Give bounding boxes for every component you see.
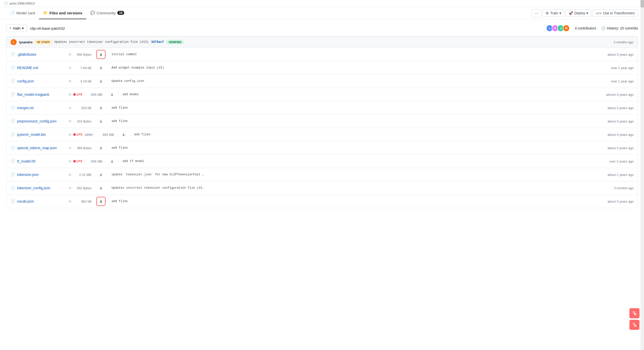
download-button[interactable] bbox=[96, 197, 105, 206]
copy-icon[interactable]: ⧉ bbox=[69, 66, 71, 70]
file-name[interactable]: tokenizer.json bbox=[17, 173, 67, 177]
table-row[interactable]: 📄 merges.txt ⧉ 525 kB add files about 3 … bbox=[6, 101, 638, 115]
hf-staff-badge: HF STAFF bbox=[35, 40, 52, 44]
file-icon: 📄 bbox=[10, 52, 15, 57]
file-size: 7.94 kB bbox=[71, 66, 91, 70]
file-name[interactable]: merges.txt bbox=[17, 106, 67, 110]
commit-date: about 3 years ago bbox=[596, 106, 634, 110]
copy-icon[interactable]: ⧉ bbox=[69, 133, 71, 136]
tab-files-versions[interactable]: 📁 Files and versions bbox=[39, 7, 86, 19]
copy-icon[interactable]: ⧉ bbox=[69, 160, 71, 163]
file-size: 605 MB bbox=[94, 133, 114, 137]
lfs-badge: LFS bbox=[73, 93, 82, 96]
train-button[interactable]: ⚙ Train ▾ bbox=[542, 9, 564, 17]
commit-hash[interactable]: 3d74acf bbox=[151, 40, 164, 44]
file-name[interactable]: tokenizer_config.json bbox=[17, 186, 67, 190]
table-row[interactable]: 📄 flax_model.msgpack ⧉ LFS 605 MB add mo… bbox=[6, 88, 638, 101]
tab-community[interactable]: 💬 Community 16 bbox=[86, 7, 128, 19]
copy-icon[interactable]: ⧉ bbox=[69, 146, 71, 150]
commit-message-col: initial commit bbox=[109, 53, 596, 56]
table-row[interactable]: 📄 preprocessor_config.json ⧉ 316 Bytes a… bbox=[6, 115, 638, 128]
branch-selector[interactable]: ⑂ main ▾ bbox=[6, 24, 27, 32]
download-col bbox=[93, 103, 109, 112]
file-name[interactable]: vocab.json bbox=[17, 199, 67, 203]
tab-model-card[interactable]: 📄 Model card bbox=[6, 7, 39, 19]
file-size: 862 kB bbox=[71, 200, 91, 203]
download-button[interactable] bbox=[96, 50, 105, 59]
lfs-badge: LFS bbox=[73, 133, 82, 136]
table-row[interactable]: 📄 tokenizer.json ⧉ 2.22 MB update `token… bbox=[6, 168, 638, 181]
commit-message-col: add files bbox=[109, 119, 596, 123]
commit-message-col: Updates incorrect tokenizer configuratio… bbox=[109, 186, 596, 190]
file-size: 605 MB bbox=[82, 93, 102, 97]
copy-icon[interactable]: ⧉ bbox=[69, 173, 71, 176]
copy-icon[interactable]: ⧉ bbox=[69, 79, 71, 83]
model-card-icon: 📄 bbox=[10, 11, 15, 15]
download-button[interactable] bbox=[108, 90, 117, 99]
download-button[interactable] bbox=[96, 117, 105, 126]
file-size: 525 kB bbox=[71, 106, 91, 110]
download-button[interactable] bbox=[96, 170, 105, 179]
table-row[interactable]: 📄 special_tokens_map.json ⧉ 389 Bytes ad… bbox=[6, 141, 638, 155]
commit-message-col: add tf model bbox=[120, 160, 596, 163]
download-button[interactable] bbox=[108, 157, 117, 166]
copy-icon[interactable]: ⧉ bbox=[69, 93, 71, 96]
table-row[interactable]: 📄 config.json ⧉ 4.19 kB Update config.js… bbox=[6, 75, 638, 88]
commit-message-col: add files bbox=[131, 133, 596, 136]
file-name[interactable]: README.md bbox=[17, 66, 67, 70]
deploy-button[interactable]: 🚀 Deploy ▾ bbox=[565, 9, 592, 17]
scrollbar[interactable] bbox=[640, 0, 644, 213]
file-name[interactable]: flax_model.msgpack bbox=[17, 92, 67, 97]
download-button[interactable] bbox=[96, 143, 105, 152]
table-row[interactable]: 📄 .gitattributes ⧉ 690 Bytes initial com… bbox=[6, 48, 638, 61]
repo-name: clip-vit-base-patch32 bbox=[30, 26, 65, 30]
table-row[interactable]: 📄 README.md ⧉ 7.94 kB Add widget example… bbox=[6, 61, 638, 75]
scrollbar-thumb[interactable] bbox=[640, 0, 644, 8]
use-in-transformers-button[interactable]: </> Use in Transformers bbox=[592, 9, 638, 17]
table-row[interactable]: 📄 tokenizer_config.json ⧉ 592 Bytes Upda… bbox=[6, 181, 638, 195]
file-icon: 📄 bbox=[10, 92, 15, 97]
history-link[interactable]: 🕐 History: 15 commits bbox=[601, 26, 638, 30]
lfs-dot bbox=[73, 93, 76, 96]
table-row[interactable]: 📄 vocab.json ⧉ 862 kB add files about 3 … bbox=[6, 195, 638, 208]
file-icon: 📄 bbox=[10, 159, 15, 164]
more-button[interactable]: ⋯ bbox=[532, 9, 541, 17]
copy-icon[interactable]: ⧉ bbox=[69, 186, 71, 190]
deploy-chevron-icon: ▾ bbox=[586, 11, 588, 15]
download-col bbox=[93, 143, 109, 152]
commit-date: almost 3 years ago bbox=[596, 93, 634, 97]
download-button[interactable] bbox=[96, 63, 105, 72]
file-icon: 📄 bbox=[10, 186, 15, 190]
file-size: 690 Bytes bbox=[71, 53, 91, 56]
copy-icon[interactable]: ⧉ bbox=[69, 119, 71, 123]
file-size: 316 Bytes bbox=[71, 119, 91, 123]
file-size: 592 Bytes bbox=[71, 186, 91, 190]
download-col bbox=[93, 183, 109, 193]
deploy-icon: 🚀 bbox=[569, 11, 573, 15]
file-name[interactable]: special_tokens_map.json bbox=[17, 146, 67, 150]
download-button[interactable] bbox=[119, 130, 128, 139]
verified-badge: VERIFIED bbox=[166, 40, 184, 44]
files-table: L lysandre HF STAFF Updates incorrect to… bbox=[6, 36, 638, 208]
lfs-badge: LFS bbox=[73, 160, 82, 163]
file-name[interactable]: pytorch_model.bin bbox=[17, 133, 67, 137]
file-name[interactable]: preprocessor_config.json bbox=[17, 119, 67, 123]
copy-icon[interactable]: ⧉ bbox=[69, 53, 71, 56]
file-size: 606 MB bbox=[82, 160, 102, 163]
file-name[interactable]: tf_model.h5 bbox=[17, 159, 67, 163]
file-name[interactable]: config.json bbox=[17, 79, 67, 83]
file-name[interactable]: .gitattributes bbox=[17, 52, 67, 56]
download-col bbox=[104, 157, 120, 166]
copy-icon[interactable]: ⧉ bbox=[69, 106, 71, 110]
download-button[interactable] bbox=[96, 77, 105, 86]
table-row[interactable]: 📄 tf_model.h5 ⧉ LFS 606 MB add tf model … bbox=[6, 155, 638, 168]
copy-icon[interactable]: ⧉ bbox=[69, 200, 71, 203]
download-button[interactable] bbox=[96, 183, 105, 193]
download-button[interactable] bbox=[96, 103, 105, 112]
file-icon: 📄 bbox=[10, 199, 15, 204]
table-row[interactable]: 📄 pytorch_model.bin ⧉ LFS pickle 605 MB … bbox=[6, 128, 638, 141]
author-name[interactable]: lysandre bbox=[19, 40, 32, 44]
file-size: 2.22 MB bbox=[71, 173, 91, 177]
contributors-link[interactable]: 4 contributors bbox=[575, 26, 596, 30]
download-col bbox=[93, 197, 109, 206]
